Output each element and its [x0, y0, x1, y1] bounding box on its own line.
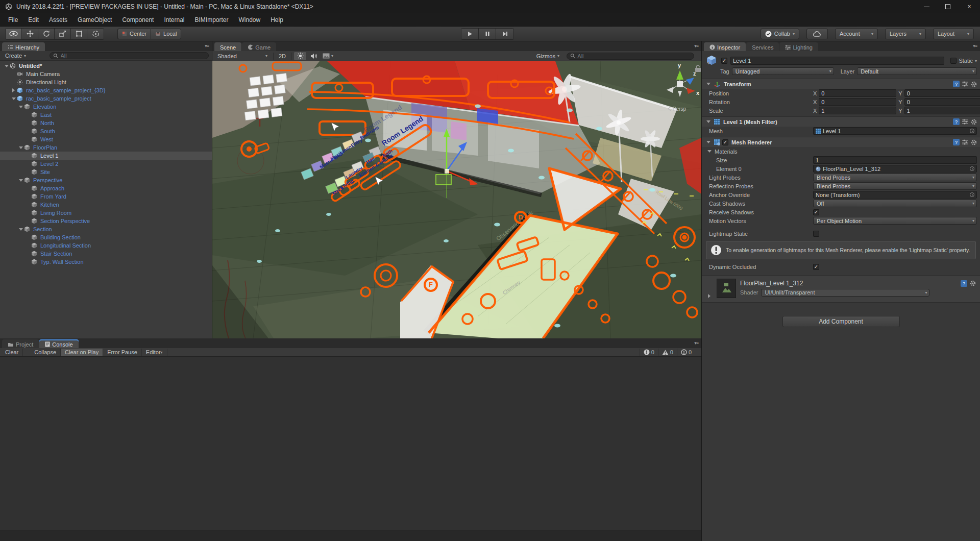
mesh-renderer-header[interactable]: Mesh Renderer ? [702, 137, 980, 147]
menu-internal[interactable]: Internal [159, 13, 189, 26]
rotation-y-field[interactable] [904, 98, 980, 106]
reflection-probes-dropdown[interactable]: Blend Probes▾ [813, 182, 977, 190]
clear-on-play-button[interactable]: Clear on Play [61, 349, 103, 356]
cast-shadows-dropdown[interactable]: Off▾ [813, 200, 977, 207]
hierarchy-item-floorplan[interactable]: FloorPlan [0, 143, 212, 152]
editor-button[interactable]: Editor ▾ [142, 349, 167, 356]
error-pause-button[interactable]: Error Pause [103, 349, 142, 356]
collapse-button[interactable]: Collapse [30, 349, 61, 356]
help-icon[interactable]: ? [953, 118, 960, 125]
menu-assets[interactable]: Assets [44, 13, 72, 26]
lightmap-static-checkbox[interactable] [813, 231, 819, 237]
info-count-badge[interactable]: 0 [640, 349, 658, 356]
hierarchy-item-building-section[interactable]: Building Section [0, 233, 212, 241]
console-log-area[interactable] [0, 357, 701, 530]
effects-dropdown[interactable]: ▾ [321, 52, 335, 60]
foldout-arrow[interactable] [10, 88, 17, 92]
foldout-arrow[interactable] [17, 226, 24, 233]
hierarchy-item-rac-basic-sample-project[interactable]: rac_basic_sample_project [0, 94, 212, 103]
layer-dropdown[interactable]: Default▾ [857, 67, 977, 75]
foldout-arrow[interactable] [10, 95, 17, 102]
lighting-toggle-button[interactable] [294, 52, 306, 60]
component-enabled-checkbox[interactable] [722, 139, 728, 145]
step-button[interactable] [496, 29, 513, 39]
hierarchy-item-typ-wall-section[interactable]: Typ. Wall Section [0, 258, 212, 266]
create-button[interactable]: Create▾ [3, 53, 28, 59]
foldout-arrow[interactable] [17, 144, 24, 151]
gear-icon[interactable] [971, 119, 977, 125]
object-picker-icon[interactable] [970, 166, 974, 171]
pause-button[interactable] [479, 29, 496, 39]
hierarchy-item-longitudinal-section[interactable]: Longitudinal Section [0, 241, 212, 250]
scene-viewport[interactable]: Observation Deck Chimney Roof Line 6500 [212, 61, 701, 338]
menu-component[interactable]: Component [117, 13, 159, 26]
materials-size-field[interactable] [813, 156, 977, 164]
hierarchy-item-level-2[interactable]: Level 2 [0, 160, 212, 168]
add-component-button[interactable]: Add Component [782, 316, 900, 327]
element0-object-field[interactable]: FloorPlan_Level 1_312 [813, 165, 977, 173]
shader-dropdown[interactable]: UI/Unlit/Transparent▾ [761, 289, 929, 297]
menu-edit[interactable]: Edit [23, 13, 44, 26]
tab-scene[interactable]: Scene [214, 42, 241, 51]
panel-menu-icon[interactable]: ▾≡ [694, 43, 698, 48]
layers-dropdown[interactable]: Layers▾ [885, 29, 926, 39]
menu-help[interactable]: Help [265, 13, 288, 26]
hierarchy-tree[interactable]: Untitled*Main CameraDirectional Lightrac… [0, 61, 212, 338]
panel-menu-icon[interactable]: ▾≡ [973, 43, 977, 48]
hierarchy-item-section[interactable]: Section [0, 225, 212, 233]
hierarchy-item-main-camera[interactable]: Main Camera [0, 70, 212, 78]
transform-component-header[interactable]: Transform ? [702, 79, 980, 89]
help-icon[interactable]: ? [953, 139, 960, 145]
pivot-toggle-button[interactable]: Center [117, 29, 151, 39]
mesh-filter-header[interactable]: Level 1 (Mesh Filter) ? [702, 116, 980, 127]
rect-tool-button[interactable] [71, 29, 87, 39]
panel-menu-icon[interactable]: ▾≡ [694, 340, 698, 346]
tab-lighting[interactable]: Lighting [779, 42, 818, 51]
position-x-field[interactable] [819, 89, 896, 97]
hierarchy-item-perspective[interactable]: Perspective [0, 176, 212, 184]
scene-search[interactable] [567, 53, 694, 60]
panel-menu-icon[interactable]: ▾≡ [205, 43, 209, 48]
scale-tool-button[interactable] [55, 29, 71, 39]
mesh-object-field[interactable]: Level 1 [813, 127, 977, 135]
help-icon[interactable]: ? [961, 280, 967, 287]
tab-services[interactable]: Services [746, 42, 779, 51]
clear-button[interactable]: Clear [1, 349, 23, 356]
menu-window[interactable]: Window [234, 13, 266, 26]
object-picker-icon[interactable] [970, 129, 974, 133]
draw-mode-dropdown[interactable]: Shaded▾ [214, 52, 271, 60]
static-dropdown[interactable]: ▾ [975, 59, 977, 63]
tag-dropdown[interactable]: Untagged▾ [732, 67, 834, 75]
tab-console[interactable]: Console [39, 339, 78, 348]
material-block[interactable]: FloorPlan_Level 1_312 ? Shader UI/Unlit/… [702, 275, 980, 303]
audio-toggle-button[interactable] [307, 52, 320, 60]
rotate-tool-button[interactable] [38, 29, 55, 39]
object-picker-icon[interactable] [970, 192, 974, 197]
receive-shadows-checkbox[interactable] [813, 209, 819, 215]
tab-project[interactable]: Project [2, 339, 39, 348]
hierarchy-item-stair-section[interactable]: Stair Section [0, 250, 212, 258]
gear-icon[interactable] [971, 139, 977, 145]
position-y-field[interactable] [904, 89, 980, 97]
presets-icon[interactable] [962, 81, 968, 87]
collab-button[interactable]: Collab▾ [761, 29, 799, 39]
hierarchy-item-north[interactable]: North [0, 119, 212, 127]
play-button[interactable] [461, 29, 479, 39]
menu-bimimporter[interactable]: BIMImporter [189, 13, 233, 26]
materials-foldout[interactable]: Materials [702, 147, 980, 156]
hierarchy-item-elevation[interactable]: Elevation [0, 103, 212, 111]
hierarchy-item-living-room[interactable]: Living Room [0, 209, 212, 217]
transform-tool-button[interactable] [87, 29, 104, 39]
2d-toggle-button[interactable]: 2D [276, 52, 288, 60]
rotation-x-field[interactable] [819, 98, 896, 106]
hierarchy-item-rac-basic-sample-project-3d[interactable]: rac_basic_sample_project_{3D} [0, 86, 212, 94]
active-checkbox[interactable] [721, 58, 727, 64]
minimize-button[interactable] [916, 0, 937, 13]
scene-search-input[interactable] [577, 53, 691, 59]
close-button[interactable]: × [959, 0, 980, 13]
hierarchy-search[interactable] [50, 52, 209, 59]
foldout-arrow[interactable] [17, 104, 24, 110]
motion-vectors-dropdown[interactable]: Per Object Motion▾ [813, 217, 977, 225]
account-dropdown[interactable]: Account▾ [835, 29, 878, 39]
tab-inspector[interactable]: Inspector [704, 42, 746, 51]
